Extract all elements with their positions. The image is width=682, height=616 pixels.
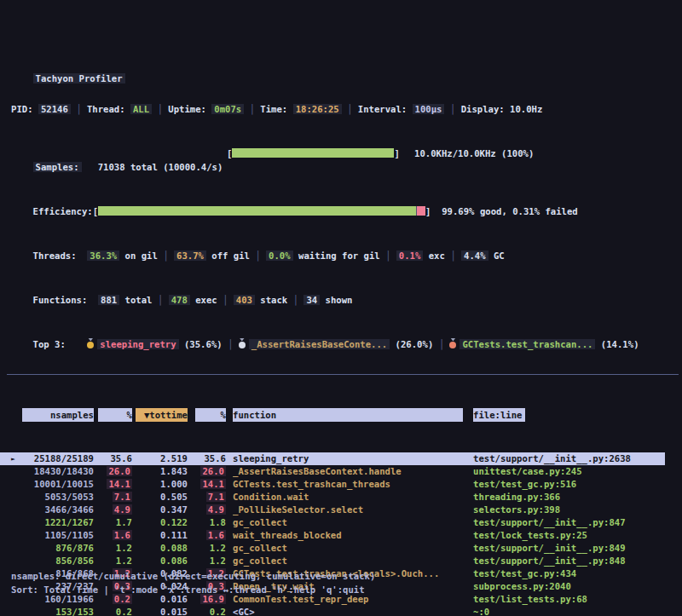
table-row[interactable]: 5053/50537.10.5057.1Condition.waitthread…	[0, 491, 682, 504]
top3-line: Top 3: sleeping_retry (35.6%)_AssertRais…	[0, 324, 682, 337]
pct-cell: 4.9	[98, 504, 132, 516]
table-row[interactable]: ►25188/2518935.62.51935.6sleeping_retryt…	[0, 452, 682, 465]
header-tottime-sorted[interactable]: ▼tottime	[136, 408, 188, 422]
table-row[interactable]: 856/8561.20.0861.2gc_collecttest/support…	[0, 555, 682, 567]
pct-cell: 35.6	[98, 452, 132, 465]
file-line-cell: test/lock_tests.py:25	[473, 529, 682, 542]
app-title: Tachyon Profiler	[33, 73, 125, 83]
table-row[interactable]: 1221/12671.70.1221.8gc_collecttest/suppo…	[0, 516, 682, 529]
thread-stat-text: GC	[494, 250, 505, 261]
cumpct-cell: 1.8	[195, 516, 226, 529]
pct-cell: 1.7	[98, 516, 132, 529]
pct-cell: 1.2	[98, 555, 132, 567]
cumpct-value: 7.1	[206, 492, 226, 502]
header-file-line[interactable]: file:line	[473, 408, 525, 422]
nsamples-cell: 5053/5053	[22, 491, 94, 504]
top3-label: Top 3:	[33, 339, 66, 349]
separator	[158, 250, 174, 261]
function-cell: _AssertRaisesBaseContext.handle	[233, 465, 463, 478]
thread-value[interactable]: ALL	[130, 104, 152, 114]
nsamples-cell: 856/856	[22, 555, 94, 567]
separator	[223, 339, 239, 349]
selection-arrow-icon: ►	[11, 452, 22, 465]
top3-entries: sleeping_retry (35.6%)_AssertRaisesBaseC…	[87, 339, 639, 349]
footer-keybinds-line: Sort: Total Time | 't':mode 'x':trends ↔…	[0, 583, 682, 596]
display-value: 10.0Hz	[510, 104, 542, 114]
pid-value: 52146	[38, 104, 71, 114]
separator	[152, 104, 168, 114]
header-nsamples[interactable]: nsamples	[22, 408, 94, 422]
function-cell: sleeping_retry	[233, 452, 463, 465]
thread-stat-value: 0.0%	[266, 250, 293, 261]
nsamples-cell: 10001/10015	[22, 478, 94, 491]
top3-function-name[interactable]: GCTests.test_trashcan...	[459, 339, 595, 349]
separator	[217, 295, 234, 305]
cumpct-cell: 0.2	[195, 606, 226, 616]
top-padding	[0, 20, 682, 27]
tottime-cell: 0.015	[136, 606, 188, 616]
cumpct-cell: 35.6	[195, 452, 226, 465]
top3-function-name[interactable]: sleeping_retry	[97, 339, 178, 349]
pct-cell: 26.0	[98, 465, 132, 478]
thread-stat-text: exc	[429, 250, 445, 261]
footer-help-line: nsamples: direct/cumulative (direct=exec…	[0, 569, 682, 583]
tottime-cell: 0.086	[136, 555, 188, 567]
pct-value: 1.2	[116, 543, 132, 553]
separator	[433, 339, 449, 349]
functions-label: Functions:	[33, 295, 88, 305]
header-cumpct[interactable]: %	[195, 408, 226, 422]
pct-value: 14.1	[107, 479, 132, 489]
tottime-cell: 0.347	[136, 504, 188, 516]
nsamples-cell: 1105/1105	[22, 529, 94, 542]
time-label: Time:	[260, 104, 287, 114]
samples-label: Samples:	[33, 162, 82, 172]
cumpct-value: 0.2	[210, 607, 226, 616]
time-value: 18:26:25	[293, 104, 342, 114]
function-cell: GCTests.test_trashcan_threads	[233, 478, 463, 491]
tottime-cell: 0.505	[136, 491, 188, 504]
nsamples-cell: 1221/1267	[22, 516, 94, 529]
thread-stat-text: waiting for gil	[298, 250, 380, 261]
thread-stat-text: on gil	[125, 250, 158, 261]
table-row[interactable]: 18430/1843026.01.84326.0_AssertRaisesBas…	[0, 465, 682, 478]
top3-pct: (26.0%)	[390, 339, 433, 349]
header-function[interactable]: function	[233, 408, 463, 422]
threads-line: Threads: 36.3% on gil63.7% off gil0.0% w…	[0, 235, 682, 249]
top3-pct: (14.1%)	[595, 339, 639, 349]
separator	[342, 104, 358, 114]
pct-cell: 7.1	[98, 491, 132, 504]
pct-cell: 1.6	[98, 529, 132, 542]
function-cell: gc_collect	[233, 542, 463, 555]
table-row[interactable]: 1105/11051.60.1111.6wait_threads_blocked…	[0, 529, 682, 542]
file-line-cell: test/support/__init__.py:847	[473, 516, 682, 529]
functions-line: Functions: 881 total478 exec403 stack34 …	[0, 279, 682, 293]
header-pct[interactable]: %	[98, 408, 132, 422]
table-header: nsamples % ▼tottime % function file:line	[0, 408, 682, 422]
profiler-terminal: Tachyon Profiler PID: 52146Thread: ALLUp…	[0, 0, 682, 616]
separator	[287, 295, 303, 305]
thread-stat-value: 4.4%	[461, 250, 488, 261]
file-line-cell: test/support/__init__.py:2638	[473, 452, 682, 465]
thread-stat-value: 36.3%	[87, 250, 119, 261]
table-row[interactable]: 876/8761.20.0881.2gc_collecttest/support…	[0, 542, 682, 555]
function-stat-value: 881	[98, 295, 119, 305]
title-line: Tachyon Profiler	[0, 58, 682, 72]
table-row[interactable]: 3466/34664.90.3474.9_PollLikeSelector.se…	[0, 504, 682, 516]
cumpct-value: 4.9	[206, 504, 226, 515]
table-row[interactable]: 153/1530.20.0150.2<GC>~:0	[0, 606, 682, 616]
cumpct-value: 35.6	[204, 453, 226, 463]
cumpct-value: 26.0	[200, 466, 226, 476]
pct-cell: 1.2	[98, 542, 132, 555]
medal-rank1-icon	[87, 342, 94, 348]
table-row[interactable]: 10001/1001514.11.00014.1GCTests.test_tra…	[0, 478, 682, 491]
separator	[444, 104, 460, 114]
file-line-cell: test/test_gc.py:516	[473, 478, 682, 491]
pct-value: 7.1	[113, 492, 132, 502]
uptime-label: Uptime:	[168, 104, 206, 114]
function-stat-text: stack	[260, 295, 287, 305]
efficiency-bar-fill	[98, 206, 416, 216]
top3-function-name[interactable]: _AssertRaisesBaseConte...	[249, 339, 390, 349]
pct-cell: 14.1	[98, 478, 132, 491]
nsamples-cell: 25188/25189	[22, 452, 94, 465]
horizontal-rule	[7, 368, 679, 375]
